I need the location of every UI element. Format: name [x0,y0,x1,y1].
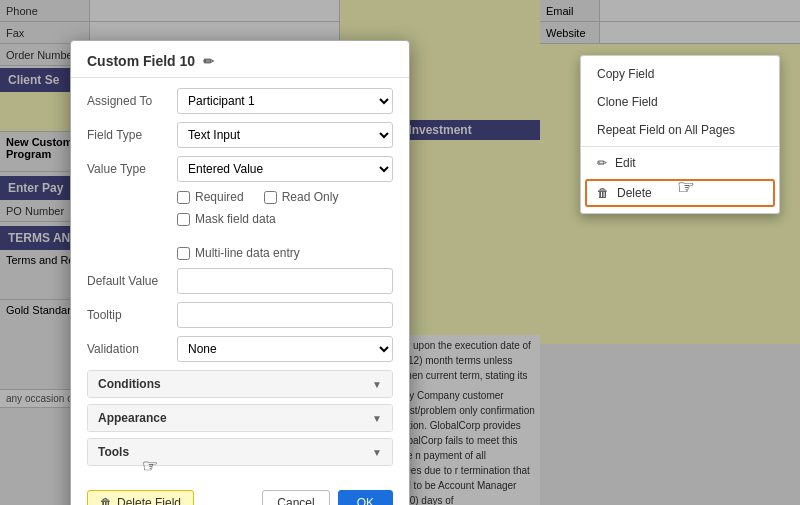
tooltip-label: Tooltip [87,308,177,322]
checkbox-group-1: Required Read Only [177,190,338,204]
readonly-checkbox[interactable] [264,191,277,204]
mask-label: Mask field data [195,212,276,226]
delete-item[interactable]: 🗑 Delete [585,179,775,207]
tools-chevron: ▼ [372,447,382,458]
clone-field-label: Clone Field [597,95,658,109]
value-type-label: Value Type [87,162,177,176]
mask-checkbox-item[interactable]: Mask field data [177,212,276,226]
tooltip-row: Tooltip [87,302,393,328]
edit-label: Edit [615,156,636,170]
checkboxes-row-1: Required Read Only [87,190,393,204]
multiline-checkbox-item[interactable]: Multi-line data entry [177,246,300,260]
default-value-control[interactable] [177,268,393,294]
ok-button[interactable]: OK [338,490,393,505]
appearance-label: Appearance [98,411,167,425]
tools-section[interactable]: Tools ▼ [87,438,393,466]
conditions-label: Conditions [98,377,161,391]
default-value-input[interactable] [177,268,393,294]
tooltip-control[interactable] [177,302,393,328]
conditions-section[interactable]: Conditions ▼ [87,370,393,398]
default-value-label: Default Value [87,274,177,288]
multiline-label: Multi-line data entry [195,246,300,260]
readonly-checkbox-item[interactable]: Read Only [264,190,339,204]
delete-icon-context: 🗑 [597,186,609,200]
value-type-row: Value Type Entered Value [87,156,393,182]
edit-icon-context: ✏ [597,156,607,170]
repeat-field-item[interactable]: Repeat Field on All Pages [581,116,779,144]
repeat-field-label: Repeat Field on All Pages [597,123,735,137]
custom-field-modal: Custom Field 10 ✏ Assigned To Participan… [70,40,410,505]
required-checkbox[interactable] [177,191,190,204]
appearance-header[interactable]: Appearance ▼ [88,405,392,431]
multiline-checkbox[interactable] [177,247,190,260]
modal-body: Assigned To Participant 1 Field Type Tex… [71,78,409,482]
required-label: Required [195,190,244,204]
mask-checkbox[interactable] [177,213,190,226]
delete-field-label: Delete Field [117,496,181,505]
value-type-select[interactable]: Entered Value [177,156,393,182]
delete-label-context: Delete [617,186,652,200]
field-type-row: Field Type Text Input [87,122,393,148]
field-type-select[interactable]: Text Input [177,122,393,148]
field-type-label: Field Type [87,128,177,142]
checkbox-group-2: Mask field data Multi-line data entry [177,212,393,260]
copy-field-label: Copy Field [597,67,654,81]
tooltip-input[interactable] [177,302,393,328]
clone-field-item[interactable]: Clone Field [581,88,779,116]
edit-item[interactable]: ✏ Edit [581,149,779,177]
cancel-button[interactable]: Cancel [262,490,329,505]
assigned-to-row: Assigned To Participant 1 [87,88,393,114]
assigned-to-label: Assigned To [87,94,177,108]
conditions-header[interactable]: Conditions ▼ [88,371,392,397]
value-type-control[interactable]: Entered Value [177,156,393,182]
readonly-label: Read Only [282,190,339,204]
validation-select[interactable]: None [177,336,393,362]
modal-footer: 🗑 Delete Field Cancel OK [71,482,409,505]
modal-title-text: Custom Field 10 [87,53,195,69]
context-menu: Copy Field Clone Field Repeat Field on A… [580,55,780,214]
assigned-to-control[interactable]: Participant 1 [177,88,393,114]
validation-control[interactable]: None [177,336,393,362]
appearance-section[interactable]: Appearance ▼ [87,404,393,432]
delete-field-button[interactable]: 🗑 Delete Field [87,490,194,505]
delete-trash-icon: 🗑 [100,496,112,505]
field-type-control[interactable]: Text Input [177,122,393,148]
assigned-to-select[interactable]: Participant 1 [177,88,393,114]
validation-label: Validation [87,342,177,356]
conditions-chevron: ▼ [372,379,382,390]
tools-label: Tools [98,445,129,459]
checkboxes-row-2: Mask field data Multi-line data entry [87,212,393,260]
validation-row: Validation None [87,336,393,362]
context-divider [581,146,779,147]
edit-title-icon[interactable]: ✏ [203,54,214,69]
required-checkbox-item[interactable]: Required [177,190,244,204]
tools-header[interactable]: Tools ▼ [88,439,392,465]
copy-field-item[interactable]: Copy Field [581,60,779,88]
default-value-row: Default Value [87,268,393,294]
modal-title-bar: Custom Field 10 ✏ [71,41,409,78]
appearance-chevron: ▼ [372,413,382,424]
